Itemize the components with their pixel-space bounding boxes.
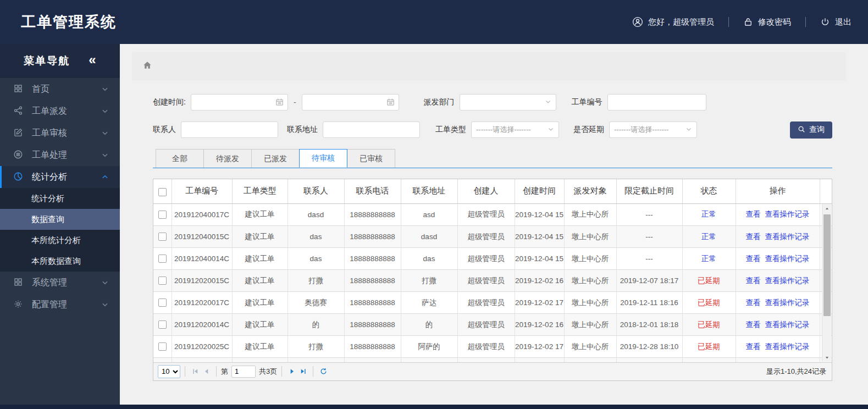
cell-deadline: ---: [616, 226, 682, 248]
address-input[interactable]: [323, 121, 420, 138]
footer-strip: [0, 405, 868, 409]
tab-all[interactable]: 全部: [156, 149, 204, 168]
tab-to-dispatch[interactable]: 待派发: [203, 149, 252, 168]
view-link[interactable]: 查看: [746, 210, 761, 218]
sidebar-subitem-statistics-analysis[interactable]: 统计分析: [0, 188, 120, 209]
sidebar-item-label: 首页: [32, 84, 101, 95]
tab-dispatched[interactable]: 已派发: [251, 149, 300, 168]
cell-order-no: 201912040015C: [172, 226, 232, 248]
view-log-link[interactable]: 查看操作记录: [765, 342, 810, 351]
sidebar-item-review[interactable]: 工单审核: [0, 122, 120, 144]
row-checkbox[interactable]: [158, 233, 167, 241]
created-time-start-input[interactable]: [191, 94, 288, 110]
view-log-link[interactable]: 查看操作记录: [765, 210, 810, 218]
cell-type: 建议工单: [232, 226, 288, 248]
cell-created: 2019-12-04 15: [515, 226, 564, 248]
cell-phone: 18888888888: [344, 226, 401, 248]
table-row: 201912020015C 建议工单 打撒 18888888888 打撒 超级管…: [153, 270, 832, 292]
row-checkbox[interactable]: [158, 255, 167, 263]
status-badge: 已延期: [698, 342, 720, 351]
home-icon[interactable]: [142, 60, 153, 73]
view-log-link[interactable]: 查看操作记录: [765, 255, 810, 263]
sidebar-item-system[interactable]: 系统管理: [0, 272, 120, 294]
view-link[interactable]: 查看: [746, 233, 761, 241]
cell-target: 墩上中心所: [564, 204, 616, 226]
scroll-up-icon[interactable]: [822, 204, 832, 213]
view-log-link[interactable]: 查看操作记录: [765, 299, 810, 307]
page-size-select[interactable]: 10: [158, 365, 180, 378]
user-greeting[interactable]: 您好，超级管理员: [632, 16, 714, 27]
chevron-down-icon: [101, 129, 109, 137]
change-password-button[interactable]: 修改密码: [743, 17, 791, 27]
gear-icon: [13, 299, 24, 310]
cell-target: [564, 358, 616, 362]
divider: [281, 366, 282, 377]
sidebar-subitem-branch-statistics[interactable]: 本所统计分析: [0, 230, 120, 251]
row-checkbox[interactable]: [158, 211, 167, 219]
delayed-label: 是否延期: [573, 125, 604, 135]
created-time-end-input[interactable]: [302, 94, 399, 110]
row-checkbox[interactable]: [158, 277, 167, 285]
sidebar-subitem-branch-data-query[interactable]: 本所数据查询: [0, 251, 120, 272]
view-log-link[interactable]: 查看操作记录: [765, 277, 810, 285]
last-page-icon[interactable]: [297, 366, 308, 377]
prev-page-icon[interactable]: [201, 366, 212, 377]
cell-deadline: [616, 358, 682, 362]
cell-type: 建议工单: [232, 270, 288, 292]
search-button[interactable]: 查询: [790, 121, 832, 139]
row-checkbox[interactable]: [158, 320, 167, 329]
sidebar-item-label: 工单派发: [32, 106, 101, 117]
cell-target: 墩上中心所: [564, 270, 616, 292]
sidebar-item-home[interactable]: 首页: [0, 78, 120, 100]
refresh-icon[interactable]: [318, 366, 329, 377]
tab-reviewed[interactable]: 已审核: [347, 149, 395, 168]
view-log-link[interactable]: 查看操作记录: [765, 233, 810, 241]
logout-button[interactable]: 退出: [820, 17, 852, 27]
scroll-down-icon[interactable]: [822, 353, 832, 362]
sidebar-item-config[interactable]: 配置管理: [0, 294, 120, 316]
dispatch-dept-select[interactable]: [460, 94, 556, 110]
chevron-down-icon: [101, 85, 109, 93]
table-scrollbar[interactable]: [822, 204, 831, 362]
sidebar-item-label: 工单审核: [32, 128, 101, 139]
sidebar-item-process[interactable]: 工单处理: [0, 144, 120, 166]
order-no-input[interactable]: [607, 94, 706, 110]
cell-address: 萨达: [401, 292, 457, 314]
view-link[interactable]: 查看: [746, 277, 761, 285]
first-page-icon[interactable]: [190, 366, 201, 377]
sidebar-subitem-data-query[interactable]: 数据查询: [0, 209, 120, 230]
cell-created: 2019-12-04 15: [515, 204, 564, 226]
view-link[interactable]: 查看: [746, 299, 761, 307]
row-checkbox[interactable]: [158, 342, 167, 351]
work-order-management-page: 工单管理系统 您好，超级管理员 修改密: [0, 0, 868, 409]
scrollbar-thumb[interactable]: [823, 214, 831, 316]
cell-address: das: [401, 248, 457, 270]
select-all-checkbox[interactable]: [158, 188, 167, 196]
sidebar-item-dispatch[interactable]: 工单派发: [0, 100, 120, 122]
status-badge: 正常: [701, 255, 716, 263]
sidebar-item-statistics[interactable]: 统计分析: [0, 166, 120, 188]
page-number-input[interactable]: [231, 366, 256, 378]
change-password-label: 修改密码: [758, 17, 791, 27]
cell-address: dasd: [401, 226, 457, 248]
divider: [728, 17, 729, 27]
cell-creator: 超级管理员: [457, 314, 515, 336]
col-header: 状态: [682, 179, 736, 203]
row-checkbox[interactable]: [158, 299, 167, 307]
col-header: 工单类型: [232, 179, 288, 203]
view-link[interactable]: 查看: [746, 255, 761, 263]
contact-input[interactable]: [181, 121, 278, 138]
sidebar-item-label: 配置管理: [32, 299, 101, 311]
collapse-sidebar-icon[interactable]: «: [89, 53, 96, 67]
view-link[interactable]: 查看: [746, 342, 761, 351]
cell-creator: 超级管理员: [457, 336, 515, 358]
order-type-select[interactable]: -------请选择-------: [471, 121, 559, 138]
delayed-select[interactable]: -------请选择-------: [609, 121, 697, 138]
cell-order-no: 201912020017C: [172, 292, 232, 314]
next-page-icon[interactable]: [286, 366, 297, 377]
view-log-link[interactable]: 查看操作记录: [765, 320, 810, 329]
view-link[interactable]: 查看: [746, 320, 761, 329]
tab-to-review[interactable]: 待审核: [299, 149, 347, 168]
cell-creator: 超级管理员: [457, 226, 515, 248]
top-header: 工单管理系统 您好，超级管理员 修改密: [0, 0, 868, 44]
